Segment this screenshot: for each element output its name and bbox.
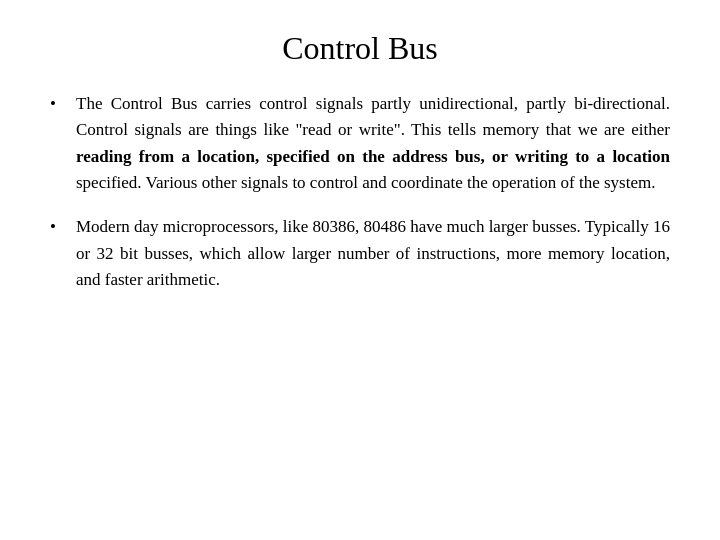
list-item: • Modern day microprocessors, like 80386… (50, 214, 670, 293)
content-area: • The Control Bus carries control signal… (50, 91, 670, 311)
bullet-symbol: • (50, 91, 70, 117)
bullet-list: • The Control Bus carries control signal… (50, 91, 670, 293)
bold-phrase-1: reading from a location, specified on th… (76, 147, 670, 166)
page-container: Control Bus • The Control Bus carries co… (0, 0, 720, 540)
bullet1-text: The Control Bus carries control signals … (76, 91, 670, 196)
page-title: Control Bus (282, 30, 438, 67)
list-item: • The Control Bus carries control signal… (50, 91, 670, 196)
bullet2-text: Modern day microprocessors, like 80386, … (76, 214, 670, 293)
bullet-symbol: • (50, 214, 70, 240)
